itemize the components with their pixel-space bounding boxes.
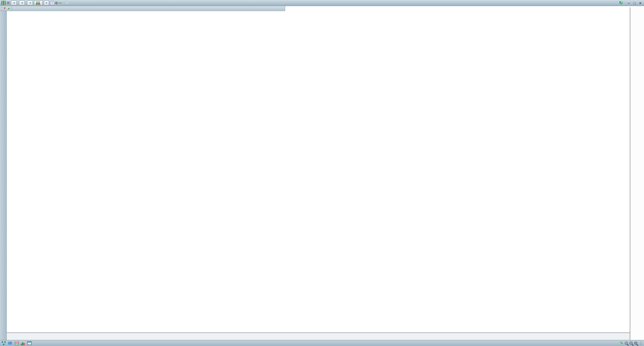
app-icon <box>1 1 6 5</box>
period-select[interactable]: ▼ <box>19 0 25 5</box>
drawing-toolbar <box>0 11 7 346</box>
chevron-down-icon: ▼ <box>45 1 47 5</box>
up-arrow-icon[interactable]: ▲ <box>7 7 10 10</box>
share-icon[interactable] <box>1 341 6 345</box>
chat-icon[interactable] <box>8 341 12 345</box>
zoom-out-icon[interactable]: − <box>630 342 633 345</box>
close-button[interactable]: × <box>638 1 643 5</box>
collapse-toolbar-button[interactable]: ˆ <box>1 7 2 10</box>
chevron-down-icon: ▼ <box>29 1 31 5</box>
info-icon[interactable]: i <box>50 1 54 5</box>
units-select[interactable]: ▼ <box>27 0 33 5</box>
window-icon[interactable] <box>27 341 32 345</box>
down-arrow-icon[interactable]: ▼ <box>3 7 6 10</box>
chart-canvas[interactable] <box>7 11 630 333</box>
instrument-chip[interactable] <box>66 3 69 3</box>
restore-button[interactable]: □ <box>632 1 637 5</box>
bottom-toolbar: ✎ ↕ − + ⋮ <box>0 340 644 346</box>
layout-grid-icon[interactable]: ⊞ <box>7 1 10 5</box>
stats-icon[interactable] <box>21 341 25 345</box>
indicators-dropdown[interactable]: ▼ <box>44 0 49 5</box>
price-axis[interactable] <box>630 7 644 340</box>
chevron-down-icon: ▼ <box>13 1 15 5</box>
indicators-icon <box>36 1 40 5</box>
minimize-button[interactable]: – <box>627 1 631 5</box>
chevron-down-icon: ▼ <box>21 1 23 5</box>
top-toolbar: ⊞ ▼ ▼ ▼ ▼ i ↻ – □ × <box>0 0 644 6</box>
date-axis[interactable] <box>7 333 644 340</box>
refresh-icon[interactable]: ↻ <box>619 0 623 5</box>
axis-options-icon[interactable]: ⋮ <box>639 341 643 345</box>
news-icon[interactable] <box>14 341 19 345</box>
indicators-button[interactable] <box>34 0 43 5</box>
trading-app: ⊞ ▼ ▼ ▼ ▼ i ↻ – □ × ˆ ▼ ▲ <box>0 0 644 346</box>
record-dot-icon <box>55 2 58 4</box>
zoom-in-icon[interactable]: + <box>634 342 637 345</box>
chart-edit-icon[interactable]: ✎ <box>620 341 623 345</box>
change-badge <box>59 3 62 3</box>
zoom-drag-icon[interactable]: ↕ <box>625 342 628 345</box>
indicator-toolbar: ˆ ▼ ▲ <box>0 6 285 11</box>
symbol-select[interactable]: ▼ <box>11 0 17 5</box>
